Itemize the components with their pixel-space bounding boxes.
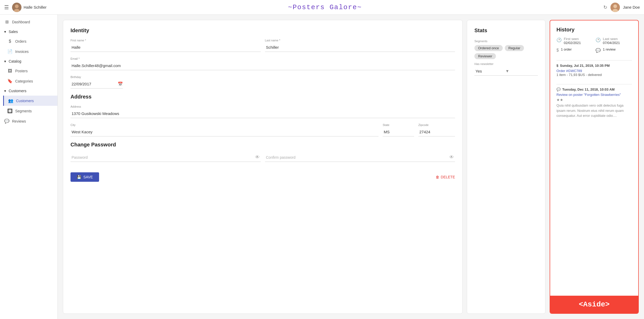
address-input[interactable] (71, 109, 455, 118)
password-input-wrapper: 👁 (71, 153, 261, 162)
reviews-count-item: 💬 1 review (596, 47, 632, 53)
delete-label: DELETE (441, 175, 455, 179)
sidebar-section-sales[interactable]: ▾ Sales (0, 27, 57, 36)
reviews-count: 1 review (603, 47, 615, 51)
sidebar-item-categories[interactable]: 🔖 Categories (3, 76, 57, 86)
history-divider-1 (556, 60, 632, 60)
segment-chip-regular[interactable]: Regular (505, 45, 524, 51)
sales-label: Sales (9, 30, 18, 34)
history-divider-2 (556, 84, 632, 84)
calendar-icon[interactable]: 📅 (118, 81, 123, 86)
order-link[interactable]: Order #GWC789 (556, 69, 582, 73)
first-name-group: First name * (71, 39, 261, 52)
refresh-icon[interactable]: ↻ (603, 4, 607, 10)
sidebar-sub-catalog: 🖼 Posters 🔖 Categories (0, 66, 57, 86)
zipcode-input[interactable] (418, 128, 455, 136)
email-row: Email * (71, 57, 455, 70)
sidebar-item-posters[interactable]: 🖼 Posters (3, 66, 57, 76)
city-group: City (71, 123, 378, 136)
order-date-text: Sunday, Jul 21, 2019, 10:35 PM (560, 64, 610, 68)
topbar-username: Halle Schiller (24, 5, 47, 9)
stats-title: Stats (474, 28, 538, 34)
segments-icon: 🔲 (7, 108, 13, 113)
orders-icon: $ (7, 39, 13, 44)
city-input[interactable] (71, 128, 378, 136)
city-label: City (71, 123, 378, 126)
segments-label: Segments (474, 40, 488, 43)
segment-chips: Ordered once Regular Reviewer (474, 45, 538, 59)
topbar-right: ↻ Jane Doe (603, 3, 640, 12)
last-name-input[interactable] (265, 43, 455, 52)
state-group: State (383, 123, 414, 136)
email-group: Email * (71, 57, 455, 70)
delete-icon: 🗑 (436, 175, 439, 179)
clock-icon: 🕐 (556, 37, 562, 42)
history-event-order: $ Sunday, Jul 21, 2019, 10:35 PM Order #… (556, 64, 632, 77)
svg-point-1 (15, 4, 19, 8)
delete-button[interactable]: 🗑 DELETE (436, 172, 455, 182)
categories-icon: 🔖 (7, 79, 13, 84)
save-label: SAVE (83, 175, 93, 179)
address-group: Address (71, 105, 455, 118)
topbar: ☰ Halle Schiller ~Posters Galore~ ↻ Jane… (0, 0, 644, 15)
aside-banner: <Aside> (550, 296, 638, 313)
state-input[interactable] (383, 128, 414, 136)
password-input[interactable] (71, 153, 254, 162)
save-button[interactable]: 💾 SAVE (71, 172, 99, 182)
sidebar-item-segments[interactable]: 🔲 Segments (3, 106, 57, 116)
sidebar-item-reviews[interactable]: 💬 Reviews (0, 116, 57, 126)
sidebar-sub-sales: $ Orders 📄 Invoices (0, 36, 57, 57)
birthday-input[interactable] (71, 80, 118, 88)
first-name-input[interactable] (71, 43, 261, 52)
dollar-icon: $ (556, 48, 559, 53)
segment-chip-ordered-once[interactable]: Ordered once (474, 45, 503, 51)
newsletter-select[interactable]: Yes ▾ (474, 67, 538, 76)
state-label: State (383, 123, 414, 126)
history-title: History (556, 27, 632, 33)
save-icon: 💾 (77, 175, 81, 179)
review-link[interactable]: Review on poster "Forgotten Strawberries… (556, 93, 621, 97)
reviews-icon: 💬 (4, 119, 9, 124)
zipcode-label: Zipcode (418, 123, 455, 126)
password-group: 👁 (71, 153, 261, 162)
aside-card: History 🕐 First seen 02/02/2021 🕐 Last s… (550, 20, 639, 314)
first-seen-value: 02/02/2021 (564, 41, 581, 45)
right-user-avatar (610, 3, 620, 12)
review-event-date: 💬 Tuesday, Dec 11, 2018, 10:03 AM (556, 87, 632, 91)
dashboard-label: Dashboard (12, 20, 30, 24)
segment-chip-reviewer[interactable]: Reviewer (474, 53, 496, 59)
email-input[interactable] (71, 61, 455, 70)
address-row: Address (71, 105, 455, 118)
sidebar-item-customers[interactable]: 👥 Customers (3, 96, 57, 106)
customers-icon: 👥 (8, 98, 13, 103)
form-card: Identity First name * Last name * Email … (63, 20, 463, 314)
newsletter-value: Yes (475, 69, 506, 73)
sidebar: ⊞ Dashboard ▾ Sales $ Orders 📄 Invoices … (0, 15, 58, 319)
sidebar-section-catalog[interactable]: ▾ Catalog (0, 57, 57, 66)
orders-count: 1 order (561, 47, 572, 51)
first-name-label: First name * (71, 39, 261, 42)
password-row: 👁 👁 (71, 153, 455, 162)
sidebar-item-dashboard[interactable]: ⊞ Dashboard (0, 17, 57, 27)
confirm-password-wrapper: 👁 (265, 153, 455, 162)
sidebar-section-customers[interactable]: ▾ Customers (0, 86, 57, 96)
invoices-icon: 📄 (7, 49, 13, 54)
zipcode-group: Zipcode (418, 123, 455, 136)
orders-label: Orders (15, 39, 26, 43)
birthday-input-wrapper: 📅 (71, 80, 123, 89)
chevron-down-icon-customers: ▾ (4, 89, 6, 93)
confirm-toggle-icon[interactable]: 👁 (448, 153, 455, 161)
menu-icon[interactable]: ☰ (4, 4, 9, 10)
confirm-password-input[interactable] (265, 153, 448, 162)
dashboard-icon: ⊞ (4, 19, 9, 24)
password-toggle-icon[interactable]: 👁 (254, 153, 261, 161)
password-title: Change Password (71, 142, 455, 148)
sidebar-item-orders[interactable]: $ Orders (3, 36, 57, 46)
orders-count-item: $ 1 order (556, 47, 593, 53)
categories-label: Categories (15, 79, 33, 83)
segments-label: Segments (15, 109, 32, 113)
order-event-date: $ Sunday, Jul 21, 2019, 10:35 PM (556, 64, 632, 68)
order-description: 1 item - 71,93 $US - delivered (556, 73, 632, 77)
sidebar-item-invoices[interactable]: 📄 Invoices (3, 46, 57, 57)
review-date-icon: 💬 (556, 87, 561, 91)
